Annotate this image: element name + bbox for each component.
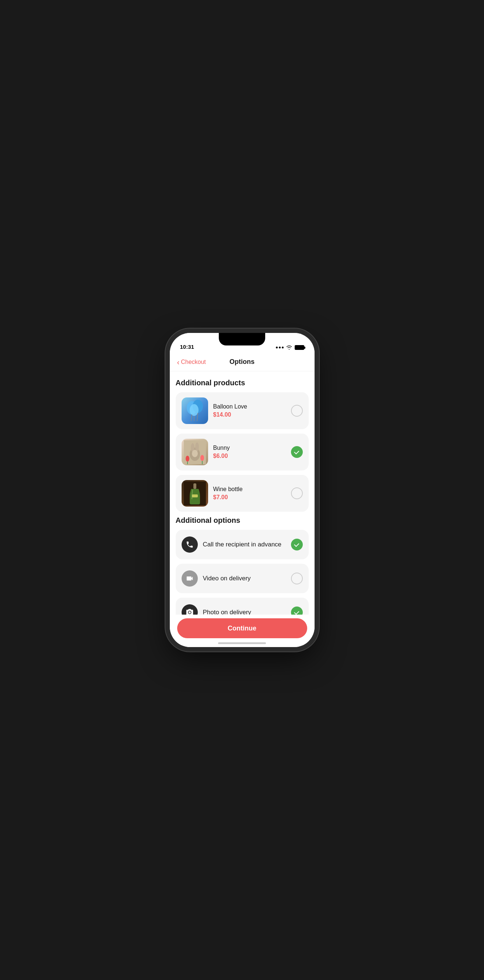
svg-point-11 [186,456,189,461]
back-label: Checkout [181,359,206,365]
bunny-price: $6.00 [213,453,286,460]
balloon-price: $14.00 [213,412,286,418]
back-button[interactable]: ‹ Checkout [177,358,206,366]
status-icons [276,345,304,350]
video-checkbox[interactable] [291,573,303,584]
product-card-bunny: Bunny $6.00 [176,434,309,471]
bunny-name: Bunny [213,445,286,451]
continue-button[interactable]: Continue [177,618,307,638]
call-checkbox[interactable] [291,539,303,550]
balloon-image [182,398,208,424]
video-icon [182,570,198,587]
phone-frame: 10:31 ‹ Checkout Options Additional prod… [170,333,314,647]
svg-point-10 [192,450,198,457]
balloon-info: Balloon Love $14.00 [213,403,286,418]
additional-options-section: Additional options Call the recipient in… [176,516,309,620]
svg-point-9 [195,442,199,451]
call-label: Call the recipient in advance [203,541,286,548]
signal-icon [276,347,284,348]
call-icon [182,536,198,553]
svg-rect-16 [194,484,196,489]
svg-point-12 [200,455,204,461]
svg-line-3 [191,414,192,421]
notch [219,333,265,345]
page-title: Options [230,358,254,366]
status-bar: 10:31 [170,333,314,353]
home-indicator [218,642,266,644]
svg-rect-17 [192,495,198,497]
wine-price: $7.00 [213,494,286,501]
product-card-wine: Wine bottle $7.00 [176,475,309,512]
balloon-name: Balloon Love [213,403,286,410]
balloon-checkbox[interactable] [291,405,303,417]
wine-info: Wine bottle $7.00 [213,486,286,501]
bottom-bar: Continue [170,615,314,647]
video-label: Video on delivery [203,575,286,582]
bunny-image [182,439,208,465]
battery-icon [295,345,304,350]
scroll-content: Additional products Balloon Love $14.00 [170,371,314,620]
additional-options-title: Additional options [176,516,309,525]
svg-point-2 [190,404,198,416]
status-time: 10:31 [180,344,194,350]
option-video: Video on delivery [176,564,309,593]
bunny-info: Bunny $6.00 [213,445,286,460]
chevron-left-icon: ‹ [177,358,180,366]
nav-bar: ‹ Checkout Options [170,353,314,371]
option-call: Call the recipient in advance [176,530,309,559]
wifi-icon [286,345,292,350]
wine-checkbox[interactable] [291,487,303,499]
wine-image [182,480,208,507]
wine-name: Wine bottle [213,486,286,493]
bunny-checkbox[interactable] [291,446,303,458]
additional-products-title: Additional products [176,379,309,387]
product-card-balloon: Balloon Love $14.00 [176,392,309,429]
